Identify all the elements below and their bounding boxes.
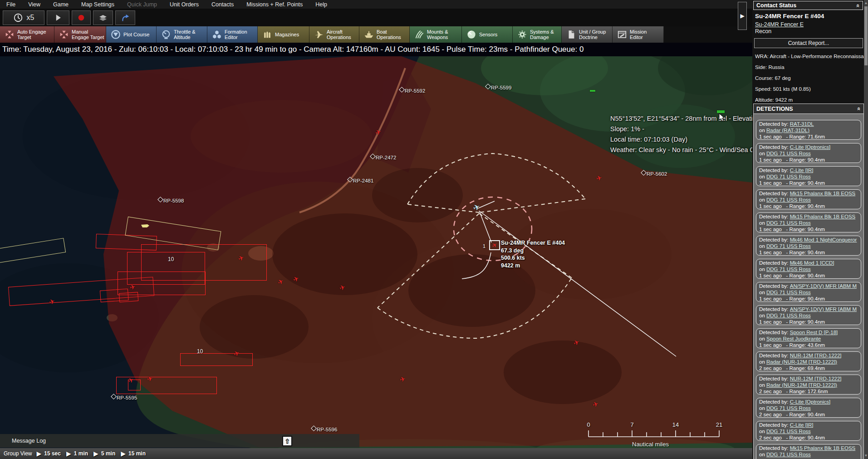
contact-type-link[interactable]: Su-24MR Fencer E <box>755 21 804 28</box>
detection-card[interactable]: Detected by: C-Lite [Optronics] on DDG 7… <box>756 143 861 163</box>
map-layers-button[interactable] <box>93 10 113 25</box>
scroll-down-icon[interactable]: ▼ <box>864 453 868 459</box>
detecting-sensor-link[interactable]: RAT-31DL <box>790 121 814 127</box>
detecting-unit-link[interactable]: Radar (RAT-31DL) <box>766 128 809 133</box>
mission-editor-button[interactable]: MissionEditor <box>613 26 664 43</box>
map-viewport[interactable]: RP-5592 RP-5599 RP-2472 RP-2481 RP-5598 … <box>0 0 752 459</box>
detecting-sensor-link[interactable]: Mk46 Mod 1 [CCD] <box>790 260 834 266</box>
throttle-altitude-button[interactable]: Throttle &Altitude <box>157 26 207 43</box>
detecting-sensor-link[interactable]: C-Lite [IR] <box>790 422 814 428</box>
detecting-unit-link[interactable]: Radar (NUR-12M [TRD-1222]) <box>766 359 837 365</box>
detection-card[interactable]: Detected by: AN/SPY-1D(V) MFR [ABM M on … <box>756 282 861 302</box>
detecting-sensor-link[interactable]: Mk15 Phalanx Blk 1B EOSS <box>790 214 855 219</box>
detecting-unit-link[interactable]: DDG 71 USS Ross <box>766 220 811 226</box>
menu-help[interactable]: Help <box>309 1 333 8</box>
detection-card[interactable]: Detected by: Mk46 Mod 1 [CCD] on DDG 71 … <box>756 259 861 279</box>
detecting-unit-link[interactable]: DDG 71 USS Ross <box>766 290 811 295</box>
sensors-button[interactable]: Sensors <box>462 26 513 43</box>
manual-engage-target-button[interactable]: ManualEngage Target <box>54 26 106 43</box>
detections-header[interactable]: DETECTIONS « <box>754 104 863 114</box>
scroll-up-icon[interactable]: ▲ <box>864 0 868 6</box>
plot-course-icon <box>111 30 121 39</box>
detection-card[interactable]: Detected by: Mk15 Phalanx Blk 1B EOSS on… <box>756 212 861 232</box>
contact-selection-box[interactable]: ✈ <box>489 240 500 250</box>
detecting-unit-link[interactable]: DDG 71 USS Ross <box>766 151 811 156</box>
time-compression-button[interactable]: x5 <box>3 10 44 25</box>
contact-report-button[interactable]: Contact Report... <box>754 38 863 48</box>
magazines-button[interactable]: Magazines <box>258 26 309 43</box>
detecting-sensor-link[interactable]: Mk46 Mod 1 NightConqueror <box>790 237 857 242</box>
quick-jump-button[interactable] <box>115 10 135 25</box>
menu-missions-ref-points[interactable]: Missions + Ref. Points <box>240 1 309 8</box>
detections-header-label: DETECTIONS <box>756 106 793 112</box>
detecting-unit-link[interactable]: DDG 71 USS Ross <box>766 174 811 179</box>
detection-age-range: 1 sec ago - Range: 90.4nm <box>759 180 858 186</box>
menu-file[interactable]: File <box>0 1 22 8</box>
contact-status-header[interactable]: Contact Status « <box>753 1 863 10</box>
detection-card[interactable]: Detected by: C-Lite [Optronics] on DDG 7… <box>756 398 861 418</box>
group-view-label[interactable]: Group View <box>0 450 36 457</box>
message-log-bar[interactable]: Message Log <box>0 434 359 448</box>
systems-damage-button[interactable]: Systems &Damage <box>513 26 562 43</box>
record-button[interactable] <box>72 10 91 25</box>
plot-course-button[interactable]: Plot Course <box>106 26 157 43</box>
detecting-sensor-link[interactable]: Mk15 Phalanx Blk 1B EOSS <box>790 191 855 196</box>
time-step-5min[interactable]: ▶ 5 min <box>93 450 115 457</box>
detecting-sensor-link[interactable]: Mk15 Phalanx Blk 1B EOSS <box>790 445 855 451</box>
land-facility-contact-icon[interactable] <box>590 90 595 92</box>
time-step-15sec[interactable]: ▶ 15 sec <box>36 450 60 457</box>
detecting-sensor-link[interactable]: C-Lite [Optronics] <box>790 144 830 150</box>
detecting-unit-link[interactable]: DDG 71 USS Ross <box>766 197 811 202</box>
detecting-unit-link[interactable]: DDG 71 USS Ross <box>766 313 811 318</box>
detecting-sensor-link[interactable]: NUR-12M [TRD-1222] <box>790 353 842 358</box>
detection-card[interactable]: Detected by: C-Lite [IR] on DDG 71 USS R… <box>756 166 861 186</box>
detection-card[interactable]: Detected by: NUR-12M [TRD-1222] on Radar… <box>756 351 861 371</box>
detection-age-range: 1 sec ago - Range: 90.4nm <box>759 319 858 325</box>
detection-card[interactable]: Detected by: RAT-31DL on Radar (RAT-31DL… <box>756 120 861 140</box>
formation-editor-button[interactable]: FormationEditor <box>207 26 258 43</box>
detection-age-range: 1 sec ago - Range: 90.4nm <box>759 272 858 279</box>
message-log-expand-button[interactable]: ⇧ <box>282 436 292 446</box>
detection-card[interactable]: Detected by: Mk15 Phalanx Blk 1B EOSS on… <box>756 189 861 209</box>
menu-map-settings[interactable]: Map Settings <box>75 1 121 8</box>
detecting-sensor-link[interactable]: C-Lite [IR] <box>790 168 814 173</box>
detecting-sensor-link[interactable]: Spoon Rest D [P-18] <box>790 330 838 335</box>
detecting-unit-link[interactable]: DDG 71 USS Ross <box>766 405 811 411</box>
ref-point-label: RP-5596 <box>317 427 337 432</box>
detecting-sensor-link[interactable]: AN/SPY-1D(V) MFR [ABM M <box>790 283 857 289</box>
detecting-unit-link[interactable]: Radar (NUR-12M [TRD-1222]) <box>766 382 837 388</box>
detecting-unit-link[interactable]: DDG 71 USS Ross <box>766 429 811 434</box>
detecting-sensor-link[interactable]: C-Lite [Optronics] <box>790 399 830 405</box>
menu-unit-orders[interactable]: Unit Orders <box>163 1 205 8</box>
sidebar-scrollbar[interactable]: ▲ ▼ <box>864 0 868 459</box>
detecting-unit-link[interactable]: DDG 71 USS Ross <box>766 267 811 272</box>
auto-engage-target-button[interactable]: Auto EngageTarget <box>0 26 54 43</box>
run-pause-button[interactable] <box>47 10 69 25</box>
detection-card[interactable]: Detected by: NUR-12M [TRD-1222] on Radar… <box>756 375 861 395</box>
unit-group-doctrine-button[interactable]: Unit / GroupDoctrine <box>562 26 613 43</box>
time-step-1min[interactable]: ▶ 1 min <box>66 450 88 457</box>
detection-card[interactable]: Detected by: Spoon Rest D [P-18] on Spoo… <box>756 328 861 348</box>
detecting-unit-link[interactable]: DDG 71 USS Ross <box>766 243 811 249</box>
time-step-15min[interactable]: ▶ 15 min <box>121 450 146 457</box>
sidebar-collapse-button[interactable]: ▶ <box>738 2 747 30</box>
aircraft-operations-button[interactable]: AircraftOperations <box>309 26 359 43</box>
detection-card[interactable]: Detected by: C-Lite [IR] on DDG 71 USS R… <box>756 421 861 441</box>
scrollbar-thumb[interactable] <box>864 6 868 65</box>
detection-card[interactable]: Detected by: Mk46 Mod 1 NightConqueror o… <box>756 236 861 256</box>
menu-game[interactable]: Game <box>47 1 75 8</box>
detecting-sensor-link[interactable]: NUR-12M [TRD-1222] <box>790 376 842 381</box>
collapse-chevron-icon[interactable]: « <box>855 4 862 7</box>
detection-card[interactable]: Detected by: Mk15 Phalanx Blk 1B EOSS on… <box>756 444 861 459</box>
detecting-unit-link[interactable]: Spoon Rest Juodkrante <box>766 336 821 341</box>
scale-tick-label: 21 <box>713 421 725 428</box>
menu-contacts[interactable]: Contacts <box>205 1 240 8</box>
patrol-boat-icon[interactable] <box>141 222 150 230</box>
detecting-unit-link[interactable]: DDG 71 USS Ross <box>766 452 811 457</box>
mounts-weapons-button[interactable]: Mounts &Weapons <box>410 26 462 43</box>
menu-view[interactable]: View <box>22 1 47 8</box>
boat-operations-button[interactable]: BoatOperations <box>359 26 410 43</box>
detection-card[interactable]: Detected by: AN/SPY-1D(V) MFR [ABM M on … <box>756 305 861 325</box>
detecting-sensor-link[interactable]: AN/SPY-1D(V) MFR [ABM M <box>790 306 857 312</box>
collapse-chevron-icon[interactable]: « <box>856 107 863 110</box>
